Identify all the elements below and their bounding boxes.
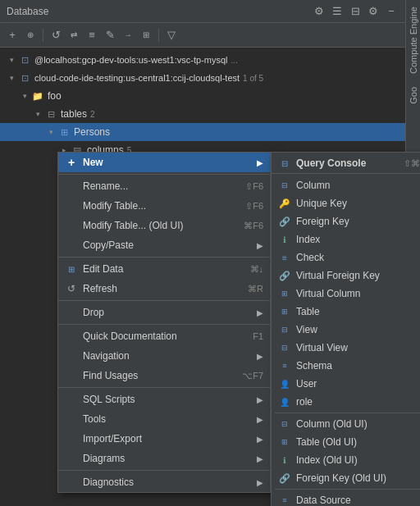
sync-icon[interactable]: ⇄ — [66, 28, 81, 43]
tree-item-tables[interactable]: ⊟ tables 2 — [0, 105, 405, 123]
submenu-item-virtual-col[interactable]: ⊞ Virtual Column — [272, 285, 420, 303]
refresh-shortcut: ⌘R — [248, 284, 263, 294]
submenu-item-fk-old[interactable]: 🔗 Foreign Key (Old UI) — [272, 469, 420, 487]
sep4 — [58, 324, 270, 325]
view-icon: ⊟ — [278, 323, 291, 336]
menu-item-modify-table[interactable]: Modify Table... ⇧F6 — [58, 196, 270, 216]
submenu-item-column[interactable]: ⊟ Column — [272, 176, 420, 194]
find-usages-shortcut: ⌥F7 — [242, 371, 263, 381]
arrow-conn1 — [7, 55, 16, 65]
query-console-icon: ⊟ — [278, 157, 291, 170]
menu-item-quick-doc[interactable]: Quick Documentation F1 — [58, 326, 270, 346]
rename-shortcut: ⇧F6 — [245, 181, 263, 192]
menu-item-diagnostics[interactable]: Diagnostics ▶ — [58, 472, 270, 492]
quick-doc-shortcut: F1 — [253, 331, 263, 341]
column-label: Column — [296, 180, 420, 191]
jump-icon[interactable]: → — [121, 28, 135, 43]
copy-paste-label: Copy/Paste — [83, 239, 257, 251]
menu-item-sql-scripts[interactable]: SQL Scripts ▶ — [58, 390, 270, 409]
refresh-label: Refresh — [83, 283, 240, 294]
context-menu: + New ▶ Rename... ⇧F6 Modify Table... ⇧F… — [57, 152, 271, 493]
menu-item-edit-data[interactable]: ⊞ Edit Data ⌘↓ — [58, 259, 270, 279]
arrow-conn2 — [7, 73, 16, 83]
rename-label: Rename... — [83, 180, 237, 192]
submenu-item-index[interactable]: ℹ Index — [272, 230, 420, 248]
submenu-item-check[interactable]: ≡ Check — [272, 248, 420, 267]
submenu-item-schema[interactable]: ≡ Schema — [272, 357, 420, 375]
submenu-item-user[interactable]: 👤 User — [272, 375, 420, 393]
refresh-icon[interactable]: ↺ — [48, 28, 63, 43]
diagrams-label: Diagrams — [83, 453, 257, 464]
sep6 — [58, 470, 270, 471]
goo-tab[interactable]: Goo — [407, 80, 420, 111]
data-source-icon: ≡ — [278, 494, 291, 506]
submenu-item-tbl-old[interactable]: ⊞ Table (Old UI) — [272, 433, 420, 451]
unique-key-icon: 🔑 — [278, 197, 291, 210]
sep2 — [58, 257, 270, 258]
import-export-label: Import/Export — [83, 433, 257, 444]
diagrams-arrow: ▶ — [257, 454, 263, 463]
foo-label: foo — [48, 90, 62, 102]
virtual-fk-label: Virtual Foreign Key — [296, 270, 420, 281]
fk-old-icon: 🔗 — [278, 472, 291, 485]
menu-item-diagrams[interactable]: Diagrams ▶ — [58, 449, 270, 468]
submenu-item-table[interactable]: ⊞ Table — [272, 303, 420, 321]
user-label: User — [296, 378, 420, 390]
view-label: View — [296, 324, 420, 335]
tree-item-foo[interactable]: 📁 foo — [0, 87, 405, 105]
submenu-item-virtual-view[interactable]: ⊟ Virtual View — [272, 339, 420, 357]
conn2-badge: 1 of 5 — [243, 74, 263, 83]
schema-label: Schema — [296, 360, 420, 372]
tree-item-conn1[interactable]: ⊡ @localhost:gcp-dev-tools:us-west1:vsc-… — [0, 51, 405, 69]
menu-item-find-usages[interactable]: Find Usages ⌥F7 — [58, 366, 270, 385]
console-icon[interactable]: ⊞ — [139, 28, 153, 43]
virtual-view-label: Virtual View — [296, 342, 420, 353]
menu-item-new[interactable]: + New ▶ — [58, 153, 270, 172]
menu-item-tools[interactable]: Tools ▶ — [58, 409, 270, 429]
submenu-item-query-console[interactable]: ⊟ Query Console ⇧⌘Q — [272, 156, 420, 174]
filter-icon[interactable]: ▽ — [164, 28, 179, 43]
submenu-item-idx-old[interactable]: ℹ Index (Old UI) — [272, 451, 420, 469]
add-icon[interactable]: + — [5, 28, 20, 43]
diagnostics-label: Diagnostics — [83, 476, 257, 488]
submenu-item-view[interactable]: ⊟ View — [272, 321, 420, 339]
submenu-item-data-source[interactable]: ≡ Data Source — [272, 491, 420, 506]
menu-item-refresh[interactable]: ↺ Refresh ⌘R — [58, 279, 270, 299]
menu-item-rename[interactable]: Rename... ⇧F6 — [58, 176, 270, 196]
edit-icon[interactable]: ✎ — [103, 28, 117, 43]
submenu-item-foreign-key[interactable]: 🔗 Foreign Key — [272, 212, 420, 230]
menu-item-drop[interactable]: Drop ▶ — [58, 303, 270, 322]
menu-item-modify-table-old[interactable]: Modify Table... (Old UI) ⌘F6 — [58, 216, 270, 235]
tree-item-conn2[interactable]: ⊡ cloud-code-ide-testing:us-central1:cci… — [0, 69, 405, 87]
submenu-item-col-old[interactable]: ⊟ Column (Old UI) — [272, 415, 420, 433]
layout-icon[interactable]: ⊟ — [348, 4, 363, 19]
col-old-label: Column (Old UI) — [296, 418, 420, 430]
menu-icon[interactable]: ☰ — [330, 4, 345, 19]
settings-icon[interactable]: ⚙ — [312, 4, 326, 19]
quick-doc-icon — [65, 330, 78, 343]
list-icon[interactable]: ≡ — [84, 28, 99, 43]
tables-label: tables — [61, 108, 87, 120]
arrow-foo — [20, 91, 30, 101]
gear-icon[interactable]: ⚙ — [366, 4, 381, 19]
submenu-item-unique-key[interactable]: 🔑 Unique Key — [272, 194, 420, 212]
tree-item-persons[interactable]: ⊞ Persons — [0, 123, 405, 141]
arrow-tables — [33, 109, 43, 119]
sep1 — [58, 174, 270, 175]
minimize-icon[interactable]: − — [384, 4, 399, 19]
tbl-old-icon: ⊞ — [278, 435, 291, 449]
conn2-icon: ⊡ — [18, 71, 31, 84]
persons-label: Persons — [74, 126, 110, 138]
schema-icon: ≡ — [278, 359, 291, 372]
submenu-item-role[interactable]: 👤 role — [272, 393, 420, 411]
menu-item-copy-paste[interactable]: Copy/Paste ▶ — [58, 235, 270, 255]
compute-engine-tab[interactable]: Compute Engine — [407, 0, 420, 80]
copy-paste-arrow: ▶ — [257, 241, 263, 250]
add-datasource-icon[interactable]: ⊕ — [23, 28, 38, 43]
edit-data-label: Edit Data — [83, 263, 242, 275]
navigation-icon — [65, 349, 78, 362]
menu-item-navigation[interactable]: Navigation ▶ — [58, 346, 270, 366]
modify-table-old-label: Modify Table... (Old UI) — [83, 220, 235, 231]
menu-item-import-export[interactable]: Import/Export ▶ — [58, 429, 270, 449]
submenu-item-virtual-fk[interactable]: 🔗 Virtual Foreign Key — [272, 267, 420, 285]
